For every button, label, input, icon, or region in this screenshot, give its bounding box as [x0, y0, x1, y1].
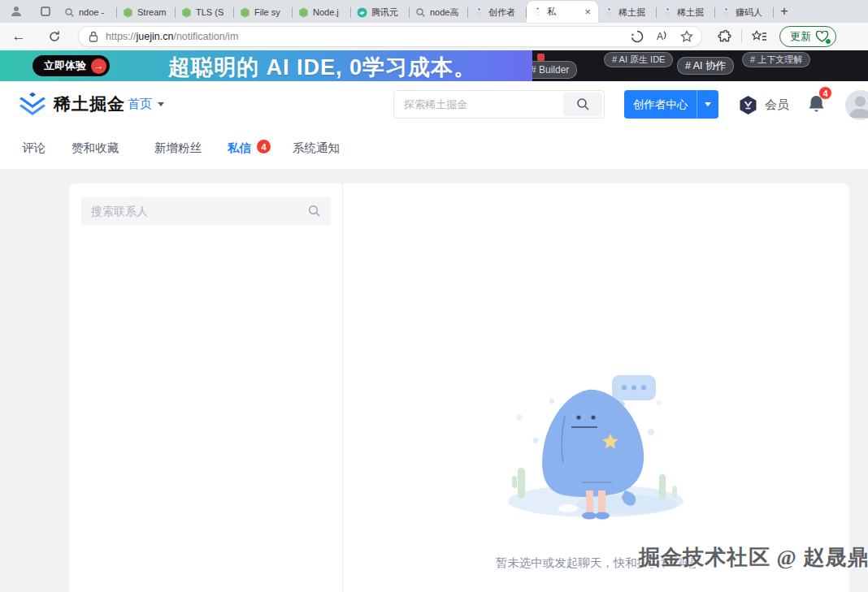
browser-tab[interactable]: 腾讯元 — [351, 2, 410, 23]
banner-tag: # AI 协作 — [677, 57, 734, 75]
browser-tab[interactable]: node高 — [410, 2, 468, 23]
browser-tab-active[interactable]: 私 × — [527, 1, 598, 23]
favorites-bar-button[interactable] — [752, 30, 767, 43]
avatar-placeholder-icon — [845, 90, 868, 120]
health-heart-icon — [815, 31, 829, 43]
tab-new-followers[interactable]: 新增粉丝 — [154, 140, 202, 156]
cta-label: 立即体验 — [44, 58, 86, 73]
search-icon — [415, 7, 426, 18]
nodejs-icon — [123, 7, 133, 18]
banner-tag: # 上下文理解 — [742, 52, 810, 67]
tab-likes-collections[interactable]: 赞和收藏 — [72, 140, 119, 156]
puzzle-icon — [718, 30, 731, 44]
star-list-icon — [752, 30, 767, 43]
vip-label: 会员 — [765, 97, 789, 113]
tab-title: ndoe - — [79, 7, 111, 17]
juejin-icon — [474, 7, 484, 18]
reload-button[interactable] — [42, 25, 67, 48]
profile-icon — [10, 5, 23, 18]
tab-comments[interactable]: 评论 — [22, 140, 46, 156]
browser-tab[interactable]: 稀土掘 — [598, 2, 657, 23]
toolbar-divider — [741, 30, 742, 43]
url-scheme: https:// — [106, 31, 137, 42]
browser-tab-strip: ndoe - Stream TLS (S File sy Node.j 腾讯元 … — [0, 0, 868, 23]
promo-banner[interactable]: 立即体验 → 超聪明的 AI IDE, 0学习成本。 # Builder # A… — [0, 50, 868, 81]
tab-title: Node.j — [313, 7, 345, 17]
banner-tag: # AI 原生 IDE — [604, 52, 673, 67]
search-icon — [64, 7, 75, 18]
logo-text: 稀土掘金 — [54, 93, 125, 115]
notification-bell[interactable]: 4 — [807, 94, 826, 114]
star-icon — [680, 30, 693, 43]
read-aloud-button[interactable]: A — [657, 31, 667, 42]
creator-dropdown-button[interactable] — [697, 102, 718, 106]
browser-tab[interactable]: 稀土掘 — [657, 2, 715, 23]
juejin-logo[interactable]: 稀土掘金 — [18, 91, 125, 116]
tab-title: 稀土掘 — [677, 6, 710, 19]
im-panel: 暂未选中或发起聊天，快和掘友私聊吧 — [69, 184, 849, 592]
update-status-dot — [825, 38, 831, 45]
read-aloud-arc — [663, 31, 667, 40]
juejin-icon — [662, 7, 673, 18]
contact-search-input[interactable] — [81, 205, 308, 218]
swirl-icon — [631, 30, 644, 43]
juejin-icon — [721, 7, 731, 18]
browser-tab[interactable]: 创作者 — [468, 2, 527, 23]
favorite-button[interactable] — [680, 30, 693, 43]
page-icon — [40, 6, 51, 17]
tab-title: 创作者 — [488, 6, 521, 19]
tab-title: File sy — [254, 7, 287, 17]
url-path: /notification/im — [173, 31, 238, 42]
creator-center-label: 创作者中心 — [624, 97, 697, 112]
site-search — [393, 90, 605, 119]
nav-home[interactable]: 首页 — [128, 97, 164, 112]
tab-title: node高 — [430, 6, 462, 19]
creator-center-button[interactable]: 创作者中心 — [624, 90, 718, 119]
tab-system-notices[interactable]: 系统通知 — [293, 140, 340, 156]
banner-tag: # Builder — [532, 61, 577, 79]
split-screen-button[interactable] — [631, 30, 644, 43]
new-tab-button[interactable]: + — [774, 1, 795, 22]
ide-logo-icon — [537, 54, 545, 61]
messages-badge: 4 — [257, 140, 271, 153]
nodejs-icon — [240, 7, 250, 18]
tab-title: TLS (S — [196, 7, 228, 17]
vip-entry[interactable]: 会员 — [738, 95, 789, 115]
browser-tab[interactable]: Stream — [117, 2, 176, 23]
tab-actions-button[interactable] — [34, 2, 57, 21]
search-icon — [576, 97, 590, 111]
main-content: 暂未选中或发起聊天，快和掘友私聊吧 — [0, 169, 868, 592]
site-search-input[interactable] — [394, 98, 563, 110]
browser-tab[interactable]: TLS (S — [176, 2, 234, 23]
url-text: https://juejin.cn/notification/im — [106, 31, 618, 42]
close-icon[interactable]: × — [583, 6, 592, 17]
avatar[interactable] — [845, 90, 868, 120]
juejin-icon — [604, 7, 614, 18]
browser-toolbar: ← https://juejin.cn/notification/im A 更新 — [0, 23, 868, 50]
address-bar[interactable]: https://juejin.cn/notification/im A — [78, 26, 702, 47]
empty-state-illustration — [490, 369, 701, 527]
nodejs-icon — [298, 7, 309, 18]
lock-icon — [89, 31, 98, 42]
site-header: 稀土掘金 首页 创作者中心 会员 4 — [0, 81, 868, 127]
nav-home-label: 首页 — [128, 97, 152, 112]
banner-ide-preview: # Builder # AI 原生 IDE # AI 协作 # 上下文理解 — [532, 50, 868, 81]
back-button[interactable]: ← — [7, 25, 31, 48]
contact-search — [81, 197, 331, 226]
toolbar-right-group: 更新 — [712, 26, 836, 47]
browser-tab[interactable]: ndoe - — [59, 2, 117, 23]
juejin-icon — [532, 6, 543, 17]
browser-tab[interactable]: File sy — [234, 2, 293, 23]
chevron-down-icon — [158, 102, 164, 106]
browser-update-button[interactable]: 更新 — [779, 26, 836, 47]
reload-icon — [48, 30, 61, 43]
browser-profile-button[interactable] — [5, 2, 28, 21]
browser-tab[interactable]: Node.j — [293, 2, 351, 23]
read-aloud-icon: A — [657, 31, 663, 42]
extensions-button[interactable] — [718, 30, 731, 44]
banner-cta-button[interactable]: 立即体验 → — [33, 55, 110, 76]
browser-tab[interactable]: 赚码人 — [715, 2, 774, 23]
watermark: 掘金技术社区 @ 赵晟鼎 — [639, 543, 868, 572]
tab-private-messages[interactable]: 私信 4 — [228, 140, 251, 156]
site-search-button[interactable] — [563, 93, 602, 116]
